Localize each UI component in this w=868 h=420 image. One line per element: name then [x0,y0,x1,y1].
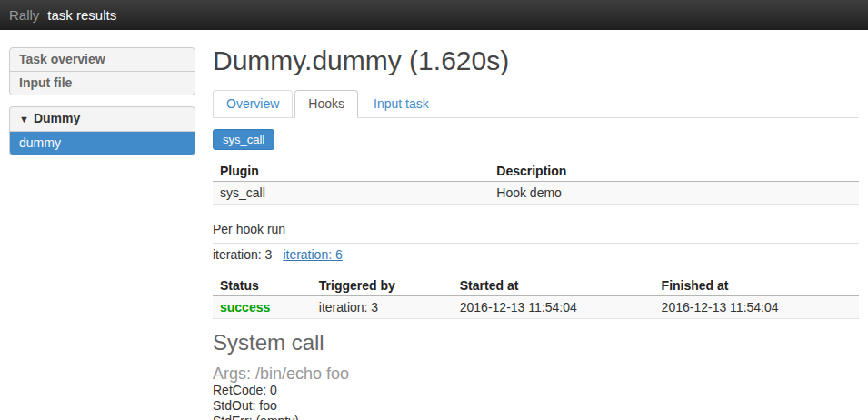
column-header-description: Description [489,161,859,182]
column-header-triggered-by: Triggered by [312,275,453,296]
collapse-triangle-icon: ▼ [19,114,29,125]
tab-bar: Overview Hooks Input task [213,90,859,118]
output-stderr: StdErr: (empty) [213,414,859,420]
sidebar-nav-panel: Task overview Input file [9,47,195,95]
sidebar-group-label: Dummy [34,111,80,125]
per-hook-run-label: Per hook run [213,221,859,237]
scenario-title: Dummy.dummy (1.620s) [213,45,859,75]
runs-table: Status Triggered by Started at Finished … [213,275,859,319]
sidebar-item-task-overview[interactable]: Task overview [10,48,195,71]
table-row: success iteration: 3 2016-12-13 11:54:04… [213,296,859,319]
started-at-cell: 2016-12-13 11:54:04 [453,296,654,319]
page-title: task results [47,7,116,23]
output-args: Args: /bin/echo foo [213,365,859,383]
plugin-table-header-row: Plugin Description [213,161,859,182]
runs-table-header-row: Status Triggered by Started at Finished … [213,275,859,296]
plugin-table: Plugin Description sys_call Hook demo [213,161,859,205]
navbar: Rally task results [0,0,868,30]
content-area: Dummy.dummy (1.620s) Overview Hooks Inpu… [213,30,859,420]
sidebar-group-dummy[interactable]: ▼Dummy [10,107,195,131]
status-badge: success [213,296,312,319]
plugin-description-cell: Hook demo [489,182,859,205]
sidebar-item-dummy[interactable]: dummy [10,131,195,155]
output-retcode: RetCode: 0 [213,383,859,398]
page-body: Task overview Input file ▼Dummy dummy Du… [0,30,868,420]
hook-sys-call-button[interactable]: sys_call [213,129,274,150]
column-header-status: Status [213,275,312,296]
column-header-finished-at: Finished at [654,275,859,296]
tab-overview[interactable]: Overview [213,90,293,117]
app-brand: Rally [9,7,39,23]
plugin-name-cell: sys_call [213,182,489,205]
sidebar-item-input-file[interactable]: Input file [10,71,195,95]
tab-input-task[interactable]: Input task [360,90,443,117]
output-stdout: StdOut: foo [213,398,859,414]
column-header-plugin: Plugin [213,161,489,182]
output-title: System call [213,330,859,355]
sidebar-scenario-panel: ▼Dummy dummy [9,106,195,155]
iteration-selector: iteration: 3 iteration: 6 [213,243,859,268]
triggered-by-cell: iteration: 3 [312,296,453,319]
iteration-6-link[interactable]: iteration: 6 [283,246,342,263]
column-header-started-at: Started at [453,275,654,296]
iteration-3-item[interactable]: iteration: 3 [213,246,272,263]
tab-hooks[interactable]: Hooks [294,90,358,118]
finished-at-cell: 2016-12-13 11:54:04 [654,296,859,319]
table-row: sys_call Hook demo [213,182,859,205]
sidebar: Task overview Input file ▼Dummy dummy [9,47,195,166]
